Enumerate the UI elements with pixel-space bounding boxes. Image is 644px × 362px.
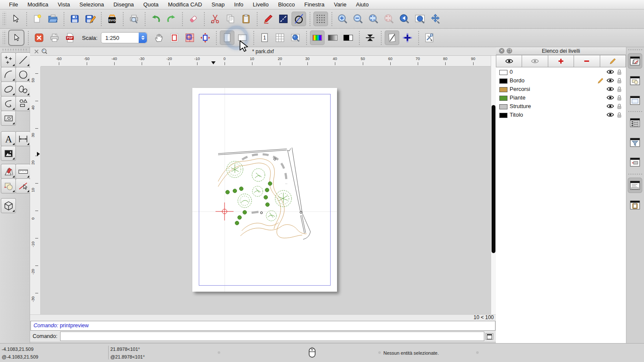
command-input[interactable] [60,332,484,341]
layer-row-titolo[interactable]: Titolo [496,111,626,119]
zoom-previous-button[interactable] [397,12,412,26]
image-tool-button[interactable] [1,146,16,161]
layer-row-strutture[interactable]: Strutture [496,102,626,111]
layer-lock-icon[interactable] [617,78,622,84]
menu-livello[interactable]: Livello [248,1,273,8]
layer-lock-icon[interactable] [617,86,622,92]
zoom-selection-button[interactable] [382,12,396,26]
dock-selection-filter-button[interactable] [628,135,642,150]
black-white-button[interactable] [341,30,355,45]
save-as-button[interactable] [83,12,97,26]
crosshair-button[interactable] [400,30,415,45]
redo-button[interactable] [164,12,179,26]
close-preview-button[interactable] [32,30,46,45]
page-grid-button[interactable] [273,30,287,45]
zoom-in-button[interactable] [335,12,350,26]
layer-visible-icon[interactable] [607,103,614,109]
scale-combobox[interactable]: 1:250 [101,32,147,43]
show-all-layers-button[interactable] [496,55,522,67]
add-layer-button[interactable] [548,55,574,67]
text-tool-button[interactable]: A [1,131,16,146]
layer-visible-icon[interactable] [607,95,614,100]
multiple-pages-button[interactable] [182,30,197,45]
stepper-icon[interactable] [139,33,147,43]
menu-snap[interactable]: Snap [207,1,229,8]
drafting-tools-button[interactable] [1,164,16,179]
vertical-scrollbar-thumb[interactable] [492,105,495,253]
circle-tool-button[interactable] [15,67,30,82]
grid-toggle-button[interactable] [313,12,328,26]
svg-export-button[interactable]: SVG [105,12,119,26]
layer-row-piante[interactable]: Piante [496,94,626,102]
dock-command-line-button[interactable] [628,178,642,193]
zoom-to-page-button[interactable] [288,30,303,45]
drawing-sheet-button[interactable] [385,30,399,45]
point-tool-button[interactable] [1,52,16,67]
dock-property-panel-button[interactable] [628,115,642,130]
arc-tool-button[interactable] [1,67,16,82]
auto-fit-page-button[interactable] [198,30,213,45]
document-title[interactable]: * park.dxf [30,47,496,56]
menu-varie[interactable]: Varie [329,1,351,8]
menu-info[interactable]: Info [229,1,248,8]
dock-view-panel-button[interactable] [628,93,642,108]
shapes-tool-button[interactable] [15,96,30,111]
dock-layer-panel-button[interactable] [628,53,642,69]
save-button[interactable] [67,12,82,26]
layer-visible-icon[interactable] [607,112,614,118]
line-tool-button[interactable] [15,52,30,67]
hatch-tool-button[interactable] [1,111,16,126]
remove-layer-button[interactable] [574,55,600,67]
viewport-3d-button[interactable] [1,198,16,213]
horizontal-scrollbar[interactable] [30,314,496,321]
polyline-tool-button[interactable] [1,96,16,111]
paste-button[interactable] [239,12,253,26]
preview-select-button[interactable] [8,30,24,46]
menu-seleziona[interactable]: Seleziona [75,1,109,8]
crop-marks-button[interactable] [363,30,377,45]
dimension-tool-button[interactable] [15,131,30,146]
copy-button[interactable] [223,12,238,26]
layer-visible-icon[interactable] [607,69,614,75]
spline-tool-button[interactable] [15,81,30,97]
edit-layer-button[interactable] [600,55,626,67]
layer-lock-icon[interactable] [617,95,622,101]
ellipse-style-button[interactable] [292,12,306,26]
hide-all-layers-button[interactable] [522,55,548,67]
menu-file[interactable]: File [4,1,23,8]
new-file-button[interactable] [30,12,45,26]
layer-row-percorsi[interactable]: Percorsi [496,85,626,94]
preview-pan-button[interactable] [152,30,166,45]
command-panel-toggle-button[interactable] [486,333,493,340]
menu-disegna[interactable]: Disegna [109,1,139,8]
dock-block-panel-button[interactable] [628,73,642,88]
layer-lock-icon[interactable] [617,112,622,118]
undo-button[interactable] [149,12,163,26]
full-color-button[interactable] [310,30,325,45]
measure-tool-button[interactable] [15,164,30,179]
layer-visible-icon[interactable] [607,78,614,83]
menu-finestra[interactable]: Finestra [300,1,329,8]
single-page-button[interactable]: 1 [257,30,272,45]
grayscale-button[interactable] [325,30,340,45]
export-pdf-button[interactable]: PDF [63,30,77,45]
landscape-button[interactable] [235,30,250,45]
print-preview-button[interactable] [127,12,141,26]
dock-clipboard-panel-button[interactable] [628,197,642,213]
menu-modifica-cad[interactable]: Modifica CAD [163,1,207,8]
modify-tool-button[interactable] [15,178,30,193]
cut-button[interactable] [208,12,222,26]
layer-lock-icon[interactable] [617,103,622,109]
layer-row-0[interactable]: 0 [496,68,626,76]
eraser-button[interactable] [186,12,200,26]
ellipse-tool-button[interactable] [1,81,16,97]
menu-modifica[interactable]: Modifica [23,1,53,8]
layer-row-bordo[interactable]: Bordo [496,76,626,85]
menu-quota[interactable]: Quota [139,1,163,8]
portrait-button[interactable] [220,30,234,45]
menu-vista[interactable]: Vista [53,1,75,8]
menu-blocco[interactable]: Blocco [273,1,300,8]
layer-visible-icon[interactable] [607,86,614,92]
zoom-auto-button[interactable] [366,12,381,26]
open-file-button[interactable] [46,12,60,26]
